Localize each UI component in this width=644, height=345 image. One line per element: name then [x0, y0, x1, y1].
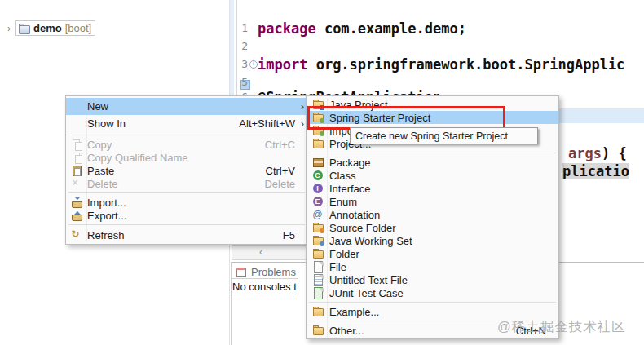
annotation-red-box — [307, 106, 505, 130]
fold-collapsed-icon[interactable]: + — [249, 60, 258, 69]
menu-item-source-folder[interactable]: Source Folder — [307, 221, 558, 234]
menu-item-shortcut: Delete — [264, 178, 295, 190]
import-icon — [71, 197, 83, 208]
menu-item-icon-slot — [307, 306, 329, 317]
menu-item-label: Import... — [87, 197, 126, 209]
menu-item-folder[interactable]: Folder — [307, 247, 558, 260]
menu-item-shortcut: Ctrl+V — [266, 165, 295, 177]
menu-item-icon-slot — [307, 235, 329, 246]
menu-item-icon-slot — [307, 222, 329, 233]
code-line: 1package com.example.demo; — [236, 20, 466, 38]
menu-item-icon-slot — [66, 139, 87, 150]
menu-item-example[interactable]: Example... — [307, 305, 558, 318]
menu-item-package[interactable]: Package — [307, 156, 558, 169]
menu-item-new[interactable]: New› — [66, 98, 307, 115]
menu-item-label: Delete — [87, 178, 118, 190]
other-icon — [312, 325, 324, 336]
menu-item-shortcut: Ctrl+C — [265, 139, 295, 151]
console-message-underline — [231, 294, 296, 294]
menu-item-file[interactable]: File — [307, 260, 558, 273]
menu-item-icon-slot — [307, 138, 329, 149]
explorer-item-demo[interactable]: › demo [boot] — [5, 20, 95, 36]
menu-item-java-working-set[interactable]: Java Working Set — [307, 234, 558, 247]
copy-icon — [71, 139, 83, 150]
menu-item-class[interactable]: Class — [307, 169, 558, 182]
menu-item-label: Annotation — [329, 209, 380, 221]
console-message: No consoles t — [232, 281, 297, 293]
menu-item-enum[interactable]: Enum — [307, 195, 558, 208]
eclipse-ide-window: › demo [boot] 1package com.example.demo;… — [0, 0, 644, 345]
project-name-label: demo — [33, 22, 62, 34]
menu-item-copy-qualified-name[interactable]: Copy Qualified Name — [66, 151, 307, 164]
menu-separator — [68, 135, 305, 135]
menu-item-icon-slot — [307, 287, 329, 299]
menu-item-label: Copy Qualified Name — [87, 152, 188, 164]
context-menu: New›Show InAlt+Shift+W›CopyCtrl+CCopy Qu… — [65, 95, 308, 245]
code-segment: org.springframework.boot.SpringApplic — [307, 56, 624, 73]
tooltip: Create new Spring Starter Project — [350, 127, 538, 144]
code-tail-fragment: plicatio — [562, 163, 629, 179]
menu-item-icon-slot — [66, 229, 87, 241]
line-number: 3 — [236, 55, 248, 73]
code-segment: ) { — [602, 145, 627, 161]
menu-item-icon-slot — [66, 165, 87, 176]
menu-item-label: Enum — [329, 196, 357, 208]
menu-item-refresh[interactable]: RefreshF5 — [66, 228, 307, 242]
code-segment: package — [258, 20, 316, 37]
bottom-panel-left-border — [231, 262, 232, 345]
menu-item-copy[interactable]: CopyCtrl+C — [66, 138, 307, 151]
editor-horizontal-scrollbar[interactable]: ‹ — [232, 245, 309, 260]
menu-item-paste[interactable]: PasteCtrl+V — [66, 164, 307, 177]
menu-separator — [68, 192, 305, 193]
junit-icon — [312, 287, 324, 299]
file-icon — [312, 261, 324, 272]
example-icon — [312, 306, 324, 317]
menu-item-shortcut: F5 — [283, 229, 295, 241]
menu-item-label: Untitled Text File — [329, 274, 408, 286]
scrollbar-left-arrow-icon[interactable]: ‹ — [259, 246, 262, 259]
menu-item-label: Refresh — [87, 229, 125, 241]
menu-item-icon-slot — [307, 325, 329, 336]
menu-item-delete[interactable]: DeleteDelete — [66, 177, 307, 190]
menu-item-interface[interactable]: Interface — [307, 182, 558, 195]
menu-item-label: Copy — [87, 139, 112, 151]
submenu-arrow-icon: › — [295, 118, 304, 130]
code-line: 3+import org.springframework.boot.Spring… — [236, 55, 624, 73]
menu-separator — [68, 224, 305, 225]
tree-expand-chevron-icon[interactable]: › — [5, 23, 13, 34]
menu-item-export[interactable]: Export... — [66, 209, 307, 222]
menu-item-icon-slot — [66, 152, 87, 163]
menu-item-shortcut: Alt+Shift+W — [239, 117, 295, 130]
menu-item-icon-slot — [307, 209, 329, 220]
code-tail-fragment: args) { — [568, 145, 627, 161]
text-file-icon — [312, 274, 324, 285]
code-segment: com.example.demo; — [316, 20, 466, 37]
menu-item-junit-test-case[interactable]: JUnit Test Case — [307, 286, 558, 299]
project-folder-icon — [18, 23, 30, 34]
menu-item-annotation[interactable]: Annotation — [307, 208, 558, 221]
code-line: 2 — [236, 38, 258, 55]
menu-item-label: Show In — [87, 117, 126, 130]
code-line-text: package com.example.demo; — [258, 20, 466, 38]
tab-problems[interactable]: Problems — [236, 266, 296, 278]
menu-separator — [309, 302, 556, 303]
menu-item-label: File — [329, 261, 346, 273]
menu-item-label: Export... — [87, 210, 126, 222]
menu-item-import[interactable]: Import... — [66, 196, 307, 209]
problems-tab-label: Problems — [251, 266, 296, 278]
menu-item-label: Other... — [329, 325, 364, 337]
menu-item-show-in[interactable]: Show InAlt+Shift+W› — [66, 115, 307, 132]
tab-underline — [231, 278, 298, 279]
menu-item-untitled-text-file[interactable]: Untitled Text File — [307, 273, 558, 286]
explorer-item-focus-box[interactable]: demo [boot] — [15, 20, 95, 36]
code-segment: plicatio — [562, 163, 629, 179]
enum-icon — [312, 196, 324, 207]
menu-item-icon-slot — [66, 210, 87, 221]
menu-item-icon-slot — [307, 261, 329, 272]
menu-item-icon-slot — [307, 183, 329, 194]
export-icon — [71, 210, 83, 221]
class-icon — [312, 170, 324, 181]
menu-separator — [309, 153, 556, 153]
menu-item-icon-slot — [307, 274, 329, 285]
project-icon — [312, 138, 324, 149]
